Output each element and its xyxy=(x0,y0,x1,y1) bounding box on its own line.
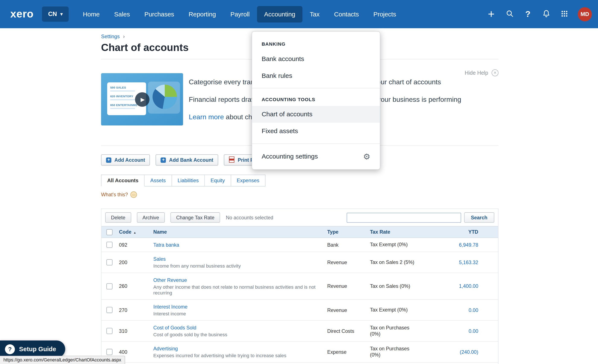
account-ytd-link[interactable]: 0.00 xyxy=(469,307,478,313)
nav-item-contacts[interactable]: Contacts xyxy=(327,6,366,22)
menu-divider xyxy=(252,88,380,89)
nav-item-payroll[interactable]: Payroll xyxy=(223,6,257,22)
app-launcher-button[interactable] xyxy=(556,6,572,23)
org-name: CN xyxy=(48,11,57,17)
table-row: 092 Tatra banka Bank Tax Exempt (0%) 6,9… xyxy=(101,238,498,252)
accounts-search-button[interactable]: Search xyxy=(464,212,494,223)
mini-card-text: 500 SALES xyxy=(110,86,143,89)
account-code: 200 xyxy=(119,259,153,265)
row-checkbox[interactable] xyxy=(107,283,113,289)
notifications-button[interactable] xyxy=(538,6,554,23)
account-name-link[interactable]: Sales xyxy=(153,256,166,262)
add-account-button[interactable]: + Add Account xyxy=(101,155,150,165)
user-avatar[interactable]: MD xyxy=(578,7,592,21)
row-checkbox[interactable] xyxy=(107,242,113,248)
breadcrumb-settings-link[interactable]: Settings xyxy=(101,33,120,39)
column-header-type[interactable]: Type xyxy=(327,229,370,235)
account-name-link[interactable]: Interest Income xyxy=(153,304,187,310)
tab-liabilities[interactable]: Liabilities xyxy=(172,174,205,186)
nav-item-projects[interactable]: Projects xyxy=(366,6,403,22)
selection-status: No accounts selected xyxy=(226,215,273,220)
menu-item-chart-of-accounts[interactable]: Chart of accounts xyxy=(252,106,380,123)
accounts-table: Delete Archive Change Tax Rate No accoun… xyxy=(101,208,498,364)
table-row: 260 Other RevenueAny other income that d… xyxy=(101,273,498,299)
menu-item-bank-rules[interactable]: Bank rules xyxy=(252,67,380,84)
account-code: 400 xyxy=(119,349,153,355)
account-type: Revenue xyxy=(327,259,370,265)
tab-all-accounts[interactable]: All Accounts xyxy=(101,174,145,186)
row-checkbox[interactable] xyxy=(107,307,113,313)
account-ytd-link[interactable]: 5,163.32 xyxy=(459,259,478,265)
account-type: Bank xyxy=(327,242,370,248)
column-header-code[interactable]: Code▲ xyxy=(119,229,153,235)
play-glyph: ▶ xyxy=(141,96,145,102)
main-nav: Home Sales Purchases Reporting Payroll A… xyxy=(75,6,403,22)
account-ytd-link[interactable]: 1,400.00 xyxy=(459,283,478,289)
nav-item-tax[interactable]: Tax xyxy=(302,6,327,22)
grid-icon xyxy=(561,10,568,18)
hide-help-control[interactable]: Hide Help × xyxy=(465,69,498,76)
search-icon xyxy=(506,10,514,19)
whats-this-link[interactable]: What's this? ⋯ xyxy=(101,191,137,198)
tab-expenses[interactable]: Expenses xyxy=(231,174,265,186)
table-row: 200 SalesIncome from any normal business… xyxy=(101,252,498,273)
nav-item-home[interactable]: Home xyxy=(75,6,107,22)
nav-item-reporting[interactable]: Reporting xyxy=(181,6,223,22)
tab-equity[interactable]: Equity xyxy=(205,174,231,186)
account-ytd-link[interactable]: 0.00 xyxy=(469,328,478,334)
table-row: 310 Cost of Goods SoldCost of goods sold… xyxy=(101,321,498,342)
help-video-thumbnail[interactable]: 500 SALES 620 INVENTORY 650 ENTERTAINME … xyxy=(101,73,183,125)
table-row: 404 Bank FeesFees charged by your bank f… xyxy=(101,363,498,364)
account-tax-rate: Tax on Sales 2 (5%) xyxy=(370,259,431,265)
archive-button[interactable]: Archive xyxy=(137,212,165,223)
account-type: Direct Costs xyxy=(327,328,370,334)
play-icon[interactable]: ▶ xyxy=(135,92,150,107)
accounts-search-input[interactable] xyxy=(347,213,461,222)
add-bank-account-button[interactable]: + Add Bank Account xyxy=(156,155,218,165)
account-name-link[interactable]: Cost of Goods Sold xyxy=(153,325,196,331)
menu-item-accounting-settings[interactable]: Accounting settings ⚙ xyxy=(252,148,380,165)
plus-icon: + xyxy=(106,157,111,163)
row-checkbox[interactable] xyxy=(107,259,113,265)
tab-assets[interactable]: Assets xyxy=(144,174,172,186)
change-tax-rate-button[interactable]: Change Tax Rate xyxy=(171,212,220,223)
account-name-link[interactable]: Other Revenue xyxy=(153,277,187,283)
menu-item-bank-accounts[interactable]: Bank accounts xyxy=(252,51,380,68)
accounting-dropdown-menu: BANKING Bank accounts Bank rules ACCOUNT… xyxy=(252,31,380,170)
create-new-button[interactable]: + xyxy=(483,6,499,23)
help-button[interactable]: ? xyxy=(520,6,536,23)
nav-item-accounting[interactable]: Accounting xyxy=(257,6,303,22)
account-code: 092 xyxy=(119,242,153,248)
select-all-checkbox[interactable] xyxy=(107,229,113,235)
org-switcher[interactable]: CN ▾ xyxy=(42,6,69,22)
nav-item-purchases[interactable]: Purchases xyxy=(137,6,181,22)
account-code: 310 xyxy=(119,328,153,334)
row-checkbox[interactable] xyxy=(107,328,113,334)
account-type: Expense xyxy=(327,349,370,355)
row-checkbox[interactable] xyxy=(107,349,113,355)
menu-item-fixed-assets[interactable]: Fixed assets xyxy=(252,123,380,140)
account-ytd-link[interactable]: 6,949.78 xyxy=(459,242,478,248)
account-name-link[interactable]: Tatra banka xyxy=(153,242,179,248)
xero-app: xero CN ▾ Home Sales Purchases Reporting… xyxy=(0,0,598,364)
add-account-label: Add Account xyxy=(114,157,145,163)
setup-guide-button[interactable]: ? Setup Guide xyxy=(0,340,65,358)
search-button[interactable] xyxy=(502,6,517,23)
delete-button[interactable]: Delete xyxy=(105,212,131,223)
column-header-name[interactable]: Name xyxy=(153,229,327,235)
close-glyph: × xyxy=(494,70,496,75)
account-ytd-link[interactable]: (240.00) xyxy=(460,349,478,355)
accounting-settings-label: Accounting settings xyxy=(262,153,318,160)
account-name-link[interactable]: Advertising xyxy=(153,346,178,352)
xero-logo[interactable]: xero xyxy=(10,8,33,20)
column-header-ytd[interactable]: YTD xyxy=(431,229,498,235)
learn-more-link[interactable]: Learn more xyxy=(189,113,224,121)
account-description: Income from any normal business activity xyxy=(153,264,327,269)
table-header: Code▲ Name Type Tax Rate YTD xyxy=(101,226,498,238)
account-tax-rate: Tax Exempt (0%) xyxy=(370,242,431,248)
hide-help-label: Hide Help xyxy=(465,70,488,76)
column-header-tax-rate[interactable]: Tax Rate xyxy=(370,229,431,235)
close-icon[interactable]: × xyxy=(491,69,498,76)
account-description: Cost of goods sold by the business xyxy=(153,332,327,338)
nav-item-sales[interactable]: Sales xyxy=(107,6,137,22)
